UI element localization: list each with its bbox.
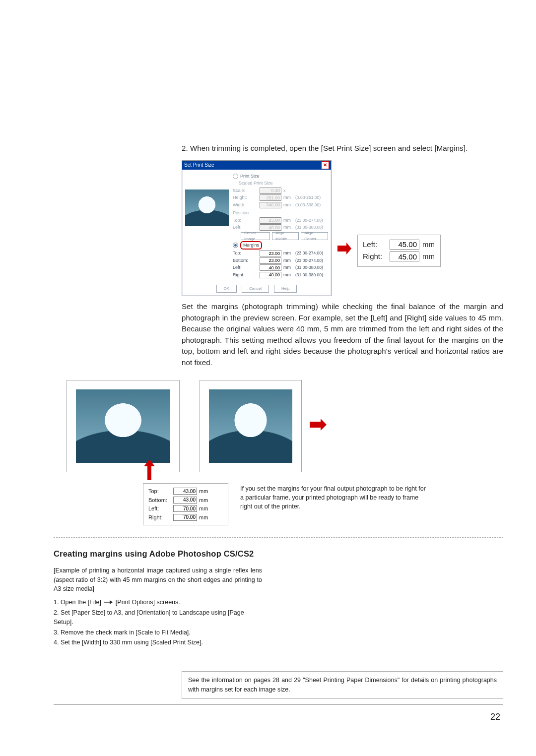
dialog-title: Set Print Size — [184, 161, 214, 169]
step2-text: 2. When trimming is completed, open the … — [182, 143, 503, 154]
compare-figure — [67, 380, 503, 472]
sm-right-input[interactable] — [173, 514, 197, 521]
margin-left-input[interactable] — [260, 264, 281, 271]
width-input[interactable] — [260, 202, 281, 208]
callout-right-input[interactable] — [390, 252, 419, 261]
arrow-up-icon — [144, 459, 155, 484]
footer-rule — [54, 704, 503, 704]
cs-step-3: 3. Remove the check mark in [Scale to Fi… — [54, 628, 262, 637]
svg-marker-0 — [337, 243, 351, 254]
width-label: Width: — [233, 202, 258, 209]
height-label: Height: — [233, 194, 258, 201]
print-size-label: Print Size — [240, 173, 260, 180]
page-number: 22 — [54, 710, 500, 724]
callout-left-input[interactable] — [390, 240, 419, 250]
center-image-button[interactable]: Center Image — [241, 232, 270, 240]
set-print-size-dialog: Set Print Size ✕ Print Size Scaled Print… — [182, 160, 332, 297]
pos-top-input[interactable] — [260, 217, 281, 224]
cancel-button[interactable]: Cancel — [242, 285, 269, 293]
margins-label: Margins — [240, 241, 262, 250]
cs-step-4: 4. Set the [Width] to 330 mm using [Scal… — [54, 638, 262, 647]
arrow-right-icon — [310, 419, 327, 434]
position-label: Position — [233, 210, 328, 217]
margin-right-input[interactable] — [260, 272, 281, 278]
cs-heading: Creating margins using Adobe Photoshop C… — [54, 548, 503, 560]
preview-thumbnail — [185, 189, 229, 226]
svg-marker-4 — [110, 600, 113, 604]
radio-margins[interactable] — [233, 243, 238, 248]
arrow-right-icon — [337, 242, 351, 255]
close-icon[interactable]: ✕ — [321, 161, 329, 169]
cs-example: [Example of printing a horizontal image … — [54, 566, 262, 594]
margin-top-input[interactable] — [260, 250, 281, 256]
photo-before — [67, 380, 180, 472]
cs-step-2: 2. Set [Paper Size] to A3, and [Orientat… — [54, 608, 262, 627]
svg-marker-2 — [144, 459, 155, 480]
arrow-inline-icon — [104, 598, 113, 607]
scale-label: Scale: — [233, 188, 258, 194]
height-input[interactable] — [260, 194, 281, 201]
sm-left-input[interactable] — [173, 505, 197, 512]
help-button[interactable]: Help — [274, 285, 297, 293]
margins-explanation: Set the margins (photograph trimming) wh… — [182, 301, 503, 368]
cs-step-1: 1. Open the [File] [Print Options] scree… — [54, 598, 262, 607]
divider-dashed — [54, 537, 503, 538]
sm-top-input[interactable] — [173, 488, 197, 495]
align-middle-button[interactable]: Align Middle — [272, 232, 299, 240]
scale-input[interactable] — [260, 188, 281, 194]
sm-bottom-input[interactable] — [173, 497, 197, 504]
align-center-button[interactable]: Align Center — [301, 232, 328, 240]
radio-print-size[interactable] — [233, 174, 238, 179]
example-margins-table: Top: mm Bottom: mm Left: mm Right: mm — [143, 483, 228, 525]
margin-bottom-input[interactable] — [260, 257, 281, 264]
ok-button[interactable]: OK — [216, 285, 237, 293]
scaled-print-size-label: Scaled Print Size — [239, 180, 273, 187]
see-info-box: See the information on pages 28 and 29 "… — [182, 671, 503, 699]
set-print-size-figure: Set Print Size ✕ Print Size Scaled Print… — [182, 160, 503, 297]
cs-block: [Example of printing a horizontal image … — [54, 566, 262, 647]
photo-after — [200, 380, 302, 472]
margins-callout: Left: mm Right: mm — [357, 235, 441, 267]
svg-marker-1 — [310, 419, 327, 431]
framing-tip: If you set the margins for your final ou… — [240, 484, 429, 511]
